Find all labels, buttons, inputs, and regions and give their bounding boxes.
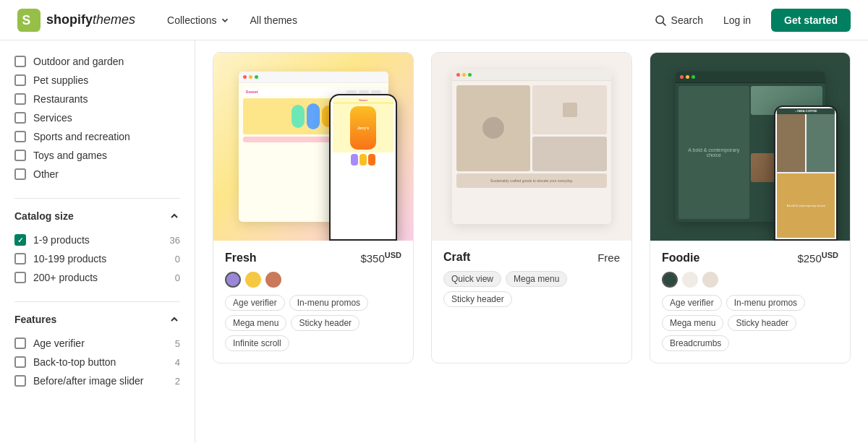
search-icon bbox=[654, 14, 667, 27]
tag-mega-menu-foodie[interactable]: Mega menu bbox=[662, 315, 723, 331]
foodie-swatches bbox=[662, 272, 838, 288]
filter-1-9[interactable]: 1-9 products 36 bbox=[14, 231, 180, 249]
main-nav: Collections All themes bbox=[158, 10, 306, 30]
filter-services-checkbox[interactable] bbox=[14, 112, 26, 124]
filter-before-after[interactable]: Before/after image slider 2 bbox=[14, 371, 180, 390]
svg-point-2 bbox=[656, 16, 664, 24]
tag-age-verifier-foodie[interactable]: Age verifier bbox=[662, 295, 722, 311]
theme-preview-craft[interactable]: Sustainably crafted goods to elevate you… bbox=[432, 53, 631, 241]
themes-grid: Sweet bbox=[213, 52, 851, 364]
filter-back-to-top-checkbox[interactable] bbox=[14, 356, 26, 368]
swatch-beige[interactable] bbox=[702, 272, 718, 288]
foodie-title-row: Foodie $250USD bbox=[662, 251, 838, 264]
tag-in-menu-promos[interactable]: In-menu promos bbox=[289, 295, 368, 311]
filter-services[interactable]: Services bbox=[14, 108, 180, 127]
sidebar-divider-1 bbox=[14, 198, 180, 199]
sidebar-divider-2 bbox=[14, 301, 180, 302]
swatch-purple[interactable] bbox=[225, 272, 241, 288]
filter-back-to-top[interactable]: Back-to-top button 4 bbox=[14, 353, 180, 371]
filter-sports[interactable]: Sports and recreation bbox=[14, 127, 180, 146]
site-header: S shopifythemes Collections All themes S… bbox=[0, 0, 868, 40]
craft-price: Free bbox=[597, 251, 620, 264]
filter-1-9-checkbox[interactable] bbox=[14, 234, 26, 246]
filter-toys[interactable]: Toys and games bbox=[14, 146, 180, 165]
tag-breadcrumbs-foodie[interactable]: Breadcrumbs bbox=[662, 335, 729, 351]
tag-sticky-header-craft[interactable]: Sticky header bbox=[443, 291, 512, 307]
shopify-logo-icon: S bbox=[17, 9, 41, 32]
catalog-size-header[interactable]: Catalog size bbox=[14, 210, 180, 222]
filter-restaurants[interactable]: Restaurants bbox=[14, 90, 180, 108]
tag-in-menu-promos-foodie[interactable]: In-menu promos bbox=[726, 295, 805, 311]
filter-before-after-checkbox[interactable] bbox=[14, 375, 26, 387]
theme-card-body-fresh: Fresh $350USD Age verifier In-menu promo… bbox=[213, 241, 413, 363]
main-content: Sweet bbox=[195, 40, 868, 443]
get-started-button[interactable]: Get started bbox=[771, 9, 851, 32]
tag-mega-menu[interactable]: Mega menu bbox=[225, 315, 286, 331]
tag-age-verifier[interactable]: Age verifier bbox=[225, 295, 285, 311]
page-layout: Outdoor and garden Pet supplies Restaura… bbox=[0, 40, 868, 443]
nav-all-themes[interactable]: All themes bbox=[242, 10, 306, 30]
filter-age-verifier-checkbox[interactable] bbox=[14, 337, 26, 349]
logo[interactable]: S shopifythemes bbox=[17, 9, 135, 32]
theme-card-body-craft: Craft Free Quick view Mega menu Sticky h… bbox=[432, 241, 631, 319]
filter-outdoor-checkbox[interactable] bbox=[14, 56, 26, 67]
foodie-tags: Age verifier In-menu promos Mega menu St… bbox=[662, 295, 838, 351]
filter-age-verifier[interactable]: Age verifier 5 bbox=[14, 334, 180, 353]
swatch-cream[interactable] bbox=[682, 272, 698, 288]
swatch-green[interactable] bbox=[662, 272, 678, 288]
fresh-swatches bbox=[225, 272, 401, 288]
filter-sports-checkbox[interactable] bbox=[14, 131, 26, 142]
craft-tags: Quick view Mega menu Sticky header bbox=[443, 271, 620, 307]
tag-quick-view[interactable]: Quick view bbox=[443, 271, 501, 287]
filter-10-199-checkbox[interactable] bbox=[14, 253, 26, 264]
theme-card-fresh: Sweet bbox=[213, 52, 414, 364]
foodie-price: $250USD bbox=[797, 251, 838, 264]
filter-pet[interactable]: Pet supplies bbox=[14, 71, 180, 90]
fresh-tags: Age verifier In-menu promos Mega menu St… bbox=[225, 295, 401, 351]
collapse-features-icon bbox=[169, 314, 180, 325]
filter-restaurants-checkbox[interactable] bbox=[14, 93, 26, 105]
features-section: Features Age verifier 5 Back-to-top butt… bbox=[14, 314, 180, 390]
theme-card-body-foodie: Foodie $250USD Age verifier In-menu prom… bbox=[650, 241, 850, 363]
theme-card-foodie: A bold & contemporary choice bbox=[650, 52, 851, 364]
svg-line-3 bbox=[663, 22, 665, 25]
login-button[interactable]: Log in bbox=[715, 10, 760, 30]
swatch-brown[interactable] bbox=[265, 272, 281, 288]
filter-10-199[interactable]: 10-199 products 0 bbox=[14, 249, 180, 268]
header-actions: Search Log in Get started bbox=[654, 9, 851, 32]
category-filter-section: Outdoor and garden Pet supplies Restaura… bbox=[14, 52, 180, 184]
filter-pet-checkbox[interactable] bbox=[14, 74, 26, 86]
catalog-size-section: Catalog size 1-9 products 36 10-199 prod… bbox=[14, 210, 180, 287]
tag-mega-menu-craft[interactable]: Mega menu bbox=[506, 271, 567, 287]
filter-200plus[interactable]: 200+ products 0 bbox=[14, 268, 180, 287]
filter-toys-checkbox[interactable] bbox=[14, 150, 26, 161]
theme-preview-foodie[interactable]: A bold & contemporary choice bbox=[650, 53, 850, 241]
logo-text: shopifythemes bbox=[46, 12, 135, 27]
features-header[interactable]: Features bbox=[14, 314, 180, 325]
fresh-price: $350USD bbox=[360, 251, 401, 264]
sidebar: Outdoor and garden Pet supplies Restaura… bbox=[0, 40, 195, 443]
theme-preview-fresh[interactable]: Sweet bbox=[213, 53, 413, 241]
craft-title-row: Craft Free bbox=[443, 251, 620, 264]
filter-other-checkbox[interactable] bbox=[14, 168, 26, 180]
tag-infinite-scroll[interactable]: Infinite scroll bbox=[225, 335, 289, 351]
nav-collections[interactable]: Collections bbox=[158, 10, 238, 30]
svg-text:S: S bbox=[22, 13, 30, 27]
fresh-title-row: Fresh $350USD bbox=[225, 251, 401, 264]
search-button[interactable]: Search bbox=[654, 14, 703, 27]
filter-other[interactable]: Other bbox=[14, 165, 180, 184]
collapse-icon bbox=[169, 210, 180, 222]
theme-card-craft: Sustainably crafted goods to elevate you… bbox=[431, 52, 632, 364]
chevron-down-icon bbox=[220, 15, 230, 25]
swatch-yellow[interactable] bbox=[245, 272, 261, 288]
filter-200plus-checkbox[interactable] bbox=[14, 272, 26, 283]
tag-sticky-header[interactable]: Sticky header bbox=[291, 315, 359, 331]
filter-outdoor[interactable]: Outdoor and garden bbox=[14, 52, 180, 71]
tag-sticky-header-foodie[interactable]: Sticky header bbox=[728, 315, 796, 331]
